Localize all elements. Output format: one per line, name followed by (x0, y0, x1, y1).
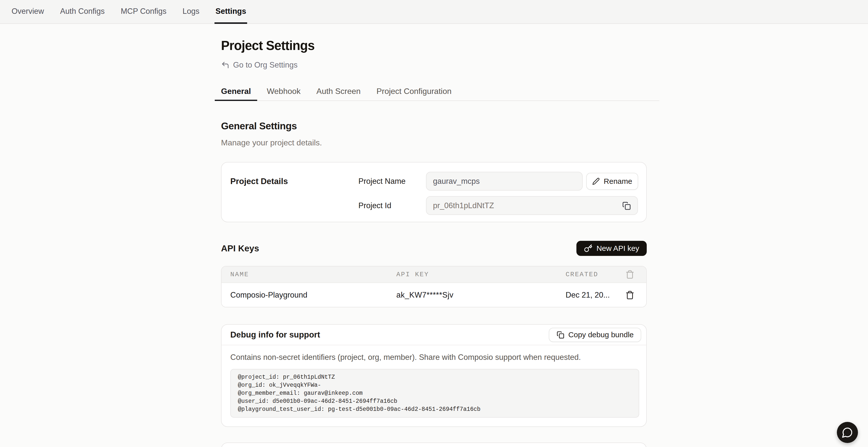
debug-bundle-code-block: @project_id: pr_06th1pLdNtTZ@org_id: ok_… (230, 369, 639, 418)
project-name-label: Project Name (359, 177, 426, 186)
tab-general[interactable]: General (215, 83, 257, 101)
trash-column-icon (614, 270, 646, 279)
debug-line: @org_member_email: gaurav@inkeep.com (238, 389, 632, 397)
project-details-card-title: Project Details (230, 162, 359, 222)
nav-tab-mcp-configs[interactable]: MCP Configs (120, 0, 167, 24)
org-settings-link-label: Go to Org Settings (233, 61, 298, 70)
top-nav: Overview Auth Configs MCP Configs Logs S… (0, 0, 868, 24)
project-id-input[interactable] (426, 196, 638, 215)
settings-tabs: General Webhook Auth Screen Project Conf… (215, 83, 659, 101)
new-api-key-button-label: New API key (596, 244, 639, 253)
api-keys-table-header: NAME API KEY CREATED (221, 266, 646, 283)
nav-tab-settings[interactable]: Settings (215, 0, 247, 24)
copy-debug-bundle-label: Copy debug bundle (568, 330, 634, 339)
debug-line: @playground_test_user_id: pg-test-d5e001… (238, 405, 632, 413)
debug-description: Contains non-secret identifiers (project… (230, 353, 638, 362)
project-details-card: Project Details Project Name Rename Proj… (221, 162, 647, 222)
copy-debug-bundle-button[interactable]: Copy debug bundle (549, 328, 641, 342)
api-keys-header: API Keys New API key (221, 241, 647, 256)
copy-project-id-button[interactable] (621, 201, 631, 211)
trash-icon (625, 291, 634, 299)
api-key-created-cell: Dec 21, 20... (566, 291, 614, 299)
copy-icon (622, 201, 631, 210)
chat-bubble-icon (842, 427, 853, 438)
page-title: Project Settings (221, 38, 647, 53)
delete-api-key-button[interactable] (614, 291, 646, 299)
chat-button[interactable] (837, 422, 858, 443)
corner-up-left-icon (221, 61, 229, 69)
debug-line: @org_id: ok_jVveqqkYFWa- (238, 381, 632, 389)
column-header-name: NAME (221, 271, 396, 278)
debug-line: @project_id: pr_06th1pLdNtTZ (238, 373, 632, 381)
copy-icon (556, 331, 564, 339)
general-settings-subheading: Manage your project details. (221, 138, 647, 148)
project-name-input[interactable] (426, 172, 583, 191)
next-section-card-partial (221, 443, 647, 447)
project-id-label: Project Id (359, 201, 426, 210)
api-key-name-cell: Composio-Playground (221, 291, 396, 299)
debug-info-card: Debug info for support Copy debug bundle… (221, 324, 647, 427)
debug-line: @user_id: d5e001b0-09ac-46d2-8451-2694ff… (238, 397, 632, 405)
column-header-created: CREATED (566, 271, 614, 278)
tab-project-configuration[interactable]: Project Configuration (370, 83, 458, 101)
project-name-row: Project Name Rename (359, 172, 638, 191)
tab-auth-screen[interactable]: Auth Screen (310, 83, 367, 101)
api-keys-heading: API Keys (221, 243, 259, 253)
nav-tab-logs[interactable]: Logs (182, 0, 200, 24)
org-settings-link[interactable]: Go to Org Settings (221, 61, 298, 70)
pencil-icon (592, 178, 600, 185)
nav-tab-auth-configs[interactable]: Auth Configs (59, 0, 106, 24)
rename-button-label: Rename (604, 177, 632, 186)
main-content: Project Settings Go to Org Settings Gene… (221, 38, 647, 447)
project-id-row: Project Id (359, 196, 638, 215)
column-header-api-key: API KEY (396, 271, 566, 278)
api-key-value-cell: ak_KW7*****Sjv (396, 291, 566, 299)
new-api-key-button[interactable]: New API key (577, 241, 647, 256)
tab-webhook[interactable]: Webhook (260, 83, 307, 101)
debug-card-title: Debug info for support (230, 330, 320, 340)
nav-tab-overview[interactable]: Overview (10, 0, 45, 24)
api-key-table-row: Composio-Playground ak_KW7*****Sjv Dec 2… (221, 283, 646, 307)
api-keys-table: NAME API KEY CREATED Composio-Playground… (221, 266, 647, 307)
key-icon (584, 244, 592, 253)
general-settings-heading: General Settings (221, 121, 647, 132)
rename-button[interactable]: Rename (586, 173, 638, 190)
trash-icon (625, 270, 634, 279)
